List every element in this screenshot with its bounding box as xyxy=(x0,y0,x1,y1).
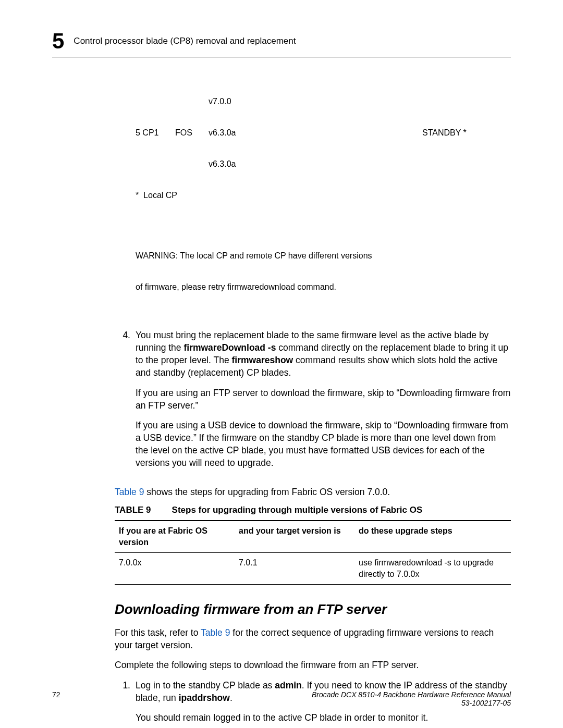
body-text: 4. You must bring the replacement blade … xyxy=(115,329,511,476)
step-number: 4. xyxy=(115,329,136,476)
chapter-title: Control processor blade (CP8) removal an… xyxy=(74,36,296,46)
table-caption: Steps for upgrading through multiple ver… xyxy=(172,504,423,516)
col-header-current: If you are at Fabric OS version xyxy=(115,525,239,548)
paragraph: If you are using an FTP server to downlo… xyxy=(136,387,511,412)
local-cp-note: * Local CP xyxy=(136,190,511,201)
cell-current: 7.0.0x xyxy=(115,557,239,580)
slot-id: 5 CP1 xyxy=(136,128,172,138)
table-link[interactable]: Table 9 xyxy=(201,627,230,638)
paragraph: For this task, refer to Table 9 for the … xyxy=(115,626,511,651)
cell-target: 7.0.1 xyxy=(239,557,359,580)
paragraph: Complete the following steps to download… xyxy=(115,659,511,671)
chapter-number: 5 xyxy=(52,29,64,54)
table-label: TABLE 9 xyxy=(115,504,151,516)
table-block: TABLE 9 Steps for upgrading through mult… xyxy=(115,504,511,585)
page: 5 Control processor blade (CP8) removal … xyxy=(0,0,563,728)
fw-version: v6.3.0a xyxy=(209,159,245,169)
page-header: 5 Control processor blade (CP8) removal … xyxy=(52,29,511,57)
paragraph: If you are using a USB device to downloa… xyxy=(136,419,511,470)
col-header-target: and your target version is xyxy=(239,525,359,548)
col-header-steps: do these upgrade steps xyxy=(359,525,511,548)
command-name: firmwareDownload -s xyxy=(183,342,276,353)
doc-number: 53-1002177-05 xyxy=(461,699,511,707)
list-item: 4. You must bring the replacement blade … xyxy=(115,329,511,476)
os-name: FOS xyxy=(172,128,209,138)
table-intro: Table 9 shows the steps for upgrading fr… xyxy=(115,486,511,498)
warning-line: of firmware, please retry firmwaredownlo… xyxy=(136,282,511,292)
fw-version: v7.0.0 xyxy=(209,96,245,107)
page-number: 72 xyxy=(52,690,60,707)
doc-title: Brocade DCX 8510-4 Backbone Hardware Ref… xyxy=(312,690,511,699)
table-row: 7.0.0x 7.0.1 use firmwaredownload -s to … xyxy=(115,553,511,584)
page-footer: 72 Brocade DCX 8510-4 Backbone Hardware … xyxy=(52,690,511,707)
cell-steps: use firmwaredownload -s to upgrade direc… xyxy=(359,557,511,580)
warning-line: WARNING: The local CP and remote CP have… xyxy=(136,251,511,261)
terminal-output: v7.0.0 5 CP1 FOS v6.3.0a STANDBY * v6.3.… xyxy=(136,76,511,313)
section-heading: Downloading firmware from an FTP server xyxy=(115,600,511,619)
section: Downloading firmware from an FTP server … xyxy=(115,600,511,728)
role-name: admin xyxy=(275,680,302,690)
upgrade-table: If you are at Fabric OS version and your… xyxy=(115,520,511,585)
paragraph: You should remain logged in to the activ… xyxy=(136,711,511,724)
command-name: firmwareshow xyxy=(232,355,293,365)
fw-version: v6.3.0a xyxy=(209,128,245,138)
paragraph: You must bring the replacement blade to … xyxy=(136,329,511,379)
cp-status: STANDBY * xyxy=(422,128,467,138)
table-link[interactable]: Table 9 xyxy=(115,487,144,497)
